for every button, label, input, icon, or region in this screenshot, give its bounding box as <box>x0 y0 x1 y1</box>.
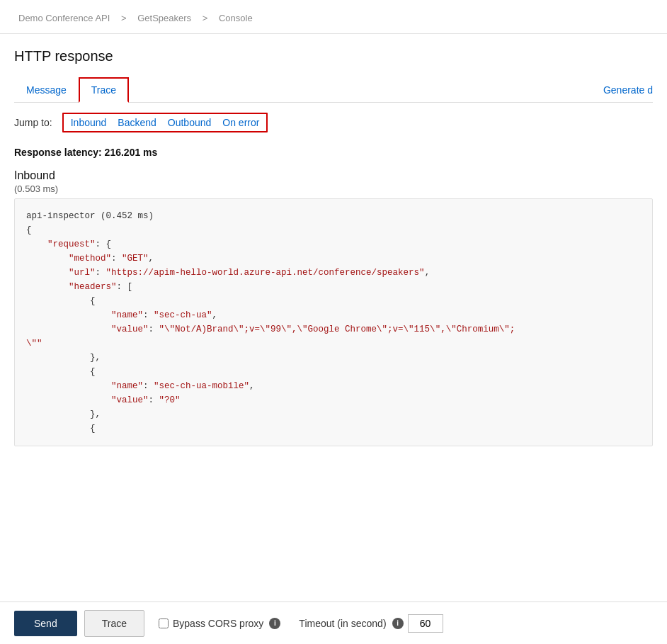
jump-link-outbound[interactable]: Outbound <box>168 117 212 128</box>
bypass-cors-label: Bypass CORS proxy <box>173 618 263 629</box>
breadcrumb: Demo Conference API > GetSpeakers > Cons… <box>0 0 667 34</box>
generate-link[interactable]: Generate d <box>603 79 653 101</box>
timeout-info-icon[interactable]: i <box>392 618 404 629</box>
jump-to-links: Inbound Backend Outbound On error <box>62 113 268 132</box>
code-block: api-inspector (0.452 ms) { "request": { … <box>14 198 653 446</box>
breadcrumb-part3: Console <box>219 13 253 23</box>
jump-to-row: Jump to: Inbound Backend Outbound On err… <box>14 103 653 140</box>
jump-link-on-error[interactable]: On error <box>222 117 259 128</box>
trace-button[interactable]: Trace <box>84 610 144 637</box>
inbound-header: Inbound <box>14 169 653 182</box>
bottom-toolbar: Send Trace Bypass CORS proxy i Timeout (… <box>0 601 667 644</box>
breadcrumb-part2: GetSpeakers <box>137 13 191 23</box>
bypass-cors-info-icon[interactable]: i <box>269 618 280 629</box>
response-latency: Response latency: 216.201 ms <box>14 140 653 162</box>
breadcrumb-part1: Demo Conference API <box>18 13 110 23</box>
timeout-label: Timeout (in second) <box>299 618 386 629</box>
tab-trace[interactable]: Trace <box>79 77 129 103</box>
bypass-cors-checkbox[interactable] <box>159 618 169 628</box>
jump-link-backend[interactable]: Backend <box>118 117 156 128</box>
tab-message[interactable]: Message <box>14 78 79 102</box>
jump-link-inbound[interactable]: Inbound <box>71 117 107 128</box>
page-title: HTTP response <box>14 48 653 64</box>
tabs-row: Message Trace Generate d <box>14 77 653 103</box>
breadcrumb-sep2: > <box>203 13 208 23</box>
main-content: HTTP response Message Trace Generate d J… <box>0 34 667 446</box>
timeout-input[interactable] <box>408 614 443 633</box>
code-header: api-inspector (0.452 ms) <box>26 211 154 221</box>
breadcrumb-sep1: > <box>121 13 127 23</box>
inbound-timing: (0.503 ms) <box>14 183 653 194</box>
send-button[interactable]: Send <box>14 611 77 636</box>
jump-to-label: Jump to: <box>14 117 52 128</box>
bypass-cors-section: Bypass CORS proxy i <box>159 618 280 629</box>
timeout-section: Timeout (in second) i <box>299 614 443 633</box>
